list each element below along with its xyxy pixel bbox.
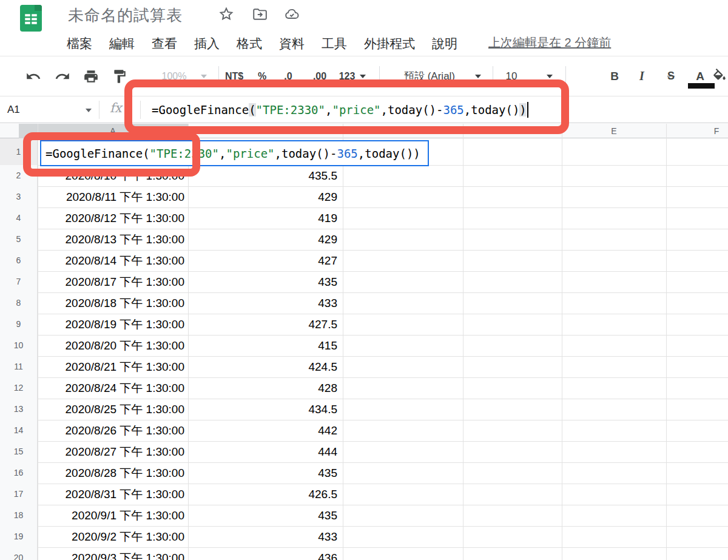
cell-B4[interactable]: 419 [189, 207, 342, 229]
cell-A15[interactable]: 2020/8/27 下午 1:30:00 [38, 441, 187, 462]
move-folder-icon[interactable] [252, 6, 268, 22]
row-header-17[interactable]: 17 [0, 484, 38, 505]
row-header-3[interactable]: 3 [0, 186, 38, 207]
cell-B9[interactable]: 427.5 [189, 314, 342, 335]
row-header-12[interactable]: 12 [0, 377, 38, 399]
menu-item[interactable]: 外掛程式 [364, 35, 415, 52]
cell-A18[interactable]: 2020/9/1 下午 1:30:00 [38, 505, 187, 526]
cell-B8[interactable]: 433 [189, 292, 342, 314]
bold-button[interactable]: B [610, 56, 619, 96]
row-header-16[interactable]: 16 [0, 462, 38, 484]
cell-B6[interactable]: 427 [189, 250, 342, 271]
cell-B20[interactable]: 436 [189, 547, 342, 560]
annotation-box-cell-a1 [23, 132, 200, 177]
column-header-F[interactable]: F [714, 124, 720, 138]
formula-token: 365 [337, 147, 357, 160]
formula-token: ) [413, 147, 420, 160]
cell-B3[interactable]: 429 [189, 186, 342, 207]
menu-item[interactable]: 編輯 [109, 35, 135, 52]
cell-B15[interactable]: 444 [189, 441, 342, 462]
cell-A7[interactable]: 2020/8/17 下午 1:30:00 [38, 271, 187, 292]
column-header-E[interactable]: E [611, 124, 616, 138]
cell-A10[interactable]: 2020/8/20 下午 1:30:00 [38, 335, 187, 356]
cell-B2[interactable]: 435.5 [189, 165, 342, 186]
print-button[interactable] [83, 56, 99, 96]
cell-B14[interactable]: 442 [189, 420, 342, 441]
formula-token: "price" [226, 147, 274, 160]
row-header-14[interactable]: 14 [0, 420, 38, 441]
cell-A13[interactable]: 2020/8/25 下午 1:30:00 [38, 399, 187, 420]
document-title[interactable]: 未命名的試算表 [68, 5, 183, 26]
star-icon[interactable] [218, 6, 234, 22]
cloud-check-icon[interactable] [284, 6, 300, 22]
formula-token: ,today() [358, 147, 414, 160]
menu-item[interactable]: 資料 [279, 35, 305, 52]
cell-A4[interactable]: 2020/8/12 下午 1:30:00 [38, 207, 187, 229]
row-header-19[interactable]: 19 [0, 526, 38, 547]
formula-token: , [219, 147, 226, 160]
cell-A16[interactable]: 2020/8/28 下午 1:30:00 [38, 462, 187, 484]
menu-item[interactable]: 插入 [194, 35, 220, 52]
cell-B17[interactable]: 426.5 [189, 484, 342, 505]
annotation-box-formula-bar [124, 79, 569, 134]
name-box[interactable]: A1 [7, 96, 20, 123]
divider [99, 101, 99, 119]
italic-button[interactable]: I [639, 56, 644, 96]
row-header-20[interactable]: 20 [0, 547, 38, 560]
cell-A8[interactable]: 2020/8/18 下午 1:30:00 [38, 292, 187, 314]
cell-A11[interactable]: 2020/8/21 下午 1:30:00 [38, 356, 187, 377]
row-header-4[interactable]: 4 [0, 207, 38, 229]
redo-button[interactable] [55, 56, 70, 96]
cell-B13[interactable]: 434.5 [189, 399, 342, 420]
spreadsheet-grid: ABCDEF 122020/8/10 下午 1:30:00435.532020/… [0, 123, 728, 560]
row-header-7[interactable]: 7 [0, 271, 38, 292]
row-header-15[interactable]: 15 [0, 441, 38, 462]
cell-B19[interactable]: 433 [189, 526, 342, 547]
undo-button[interactable] [25, 56, 41, 96]
cell-B10[interactable]: 415 [189, 335, 342, 356]
menu-item[interactable]: 格式 [237, 35, 262, 52]
cell-A5[interactable]: 2020/8/13 下午 1:30:00 [38, 229, 187, 250]
row-header-18[interactable]: 18 [0, 505, 38, 526]
row-header-8[interactable]: 8 [0, 292, 38, 314]
menu-item[interactable]: 工具 [322, 35, 347, 52]
row-header-10[interactable]: 10 [0, 335, 38, 356]
cell-B11[interactable]: 424.5 [189, 356, 342, 377]
row-header-5[interactable]: 5 [0, 229, 38, 250]
row-header-9[interactable]: 9 [0, 314, 38, 335]
fill-color-button[interactable] [712, 56, 727, 96]
text-color-button[interactable]: A [696, 56, 704, 96]
formula-token: ,today()- [275, 147, 337, 160]
menu-item[interactable]: 說明 [432, 35, 457, 52]
cell-B5[interactable]: 429 [189, 229, 342, 250]
gridline [463, 124, 463, 560]
cell-B12[interactable]: 428 [189, 377, 342, 399]
gridline [666, 124, 667, 560]
fx-icon: fx [110, 101, 122, 115]
menu-bar: 檔案編輯查看插入格式資料工具外掛程式說明 [67, 32, 457, 55]
gridline [343, 124, 343, 560]
cell-A3[interactable]: 2020/8/11 下午 1:30:00 [38, 186, 187, 207]
row-header-13[interactable]: 13 [0, 399, 38, 420]
title-bar: 未命名的試算表 [0, 0, 728, 29]
cell-B7[interactable]: 435 [189, 271, 342, 292]
cell-A12[interactable]: 2020/8/24 下午 1:30:00 [38, 377, 187, 399]
cell-A14[interactable]: 2020/8/26 下午 1:30:00 [38, 420, 187, 441]
cell-A19[interactable]: 2020/9/2 下午 1:30:00 [38, 526, 187, 547]
last-edit-link[interactable]: 上次編輯是在 2 分鐘前 [488, 35, 611, 51]
text-color-swatch [688, 83, 715, 89]
strikethrough-button[interactable]: S [667, 56, 675, 96]
menu-item[interactable]: 檔案 [67, 35, 92, 52]
cell-A17[interactable]: 2020/8/31 下午 1:30:00 [38, 484, 187, 505]
cell-B16[interactable]: 435 [189, 462, 342, 484]
gridline [562, 124, 562, 560]
menu-item[interactable]: 查看 [152, 35, 177, 52]
row-header-11[interactable]: 11 [0, 356, 38, 377]
cell-A20[interactable]: 2020/9/3 下午 1:30:00 [38, 547, 187, 560]
cell-A6[interactable]: 2020/8/14 下午 1:30:00 [38, 250, 187, 271]
name-box-caret-icon[interactable] [86, 109, 92, 112]
cell-B18[interactable]: 435 [189, 505, 342, 526]
sheets-logo-icon[interactable] [16, 4, 46, 33]
cell-A9[interactable]: 2020/8/19 下午 1:30:00 [38, 314, 187, 335]
row-header-6[interactable]: 6 [0, 250, 38, 271]
